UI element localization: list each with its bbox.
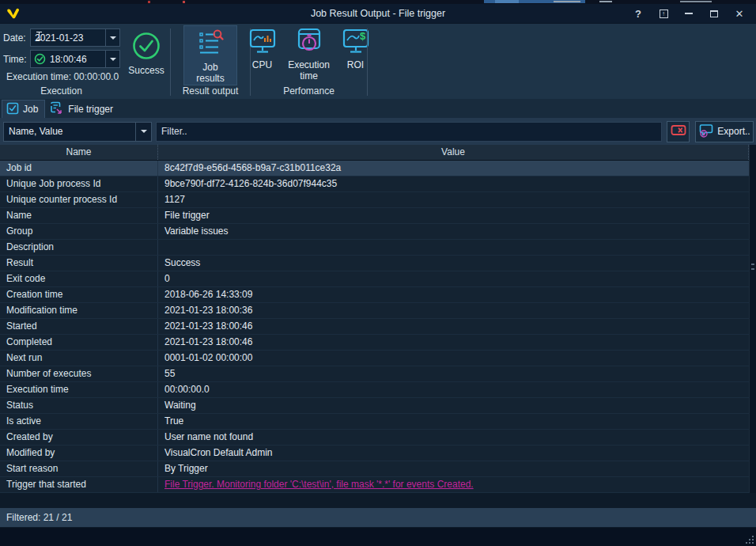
job-results-icon <box>196 28 225 59</box>
table-row[interactable]: Execution time00:00:00.0 <box>0 382 749 398</box>
date-combobox[interactable]: 2021-01-23 <box>30 28 120 47</box>
cpu-monitor-icon <box>248 28 277 57</box>
cpu-label: CPU <box>252 59 272 70</box>
roi-monitor-icon: $ <box>342 28 370 57</box>
table-row[interactable]: Modified byVisualCron Default Admin <box>0 446 749 461</box>
resize-grip[interactable] <box>743 533 754 544</box>
filtered-count-text: Filtered: 21 / 21 <box>6 512 72 523</box>
row-name: Group <box>0 224 158 239</box>
filter-field-selector[interactable]: Name, Value <box>3 122 152 142</box>
filter-toolbar: Name, Value Export.. <box>0 118 756 145</box>
cpu-button[interactable]: CPU <box>244 25 281 71</box>
row-name: Next run <box>0 351 158 366</box>
table-row[interactable]: Modification time2021-01-23 18:00:36 <box>0 303 749 319</box>
clear-filter-button[interactable] <box>667 121 690 142</box>
row-name: Result <box>0 256 158 271</box>
table-row[interactable]: Job id8c42f7d9-e56d-4568-b9a7-c31b011ce3… <box>0 161 749 176</box>
row-name: Status <box>0 398 158 413</box>
row-value: File trigger <box>158 208 749 223</box>
row-name: Created by <box>0 430 158 445</box>
close-button[interactable]: ✕ <box>732 6 747 21</box>
row-name: Exit code <box>0 271 158 286</box>
tab-file-trigger-label: File trigger <box>68 104 113 115</box>
time-label: Time: <box>3 54 30 65</box>
result-output-group-label: Result output <box>171 85 250 99</box>
execution-group: Date: 2021-01-23 Time: 1 <box>0 24 123 99</box>
titlebar: Job Result Output - File trigger ? ↑ ✕ <box>0 4 756 24</box>
table-row[interactable]: Unique Job process Id9bce790f-df72-4126-… <box>0 176 749 192</box>
help-button[interactable]: ? <box>631 6 645 21</box>
date-dropdown-arrow[interactable] <box>105 29 119 46</box>
result-table: Name Value Job id8c42f7d9-e56d-4568-b9a7… <box>0 145 756 493</box>
vertical-scrollbar[interactable] <box>749 145 756 493</box>
tab-file-trigger[interactable]: File trigger <box>45 100 119 118</box>
row-value: 2021-01-23 18:00:36 <box>158 303 749 318</box>
performance-group-label: Perfomance <box>251 85 367 99</box>
row-value: 55 <box>158 366 749 381</box>
row-value: 0 <box>158 271 749 286</box>
table-row[interactable]: ResultSuccess <box>0 256 749 271</box>
table-row[interactable]: Unique counter process Id1127 <box>0 192 749 208</box>
table-row[interactable]: StatusWaiting <box>0 398 749 414</box>
table-row[interactable]: Next run0001-01-02 00:00:00 <box>0 351 749 366</box>
visualcron-logo-icon <box>6 8 21 19</box>
performance-group: CPU Execution time <box>251 24 367 99</box>
job-results-label: Job results <box>188 62 232 84</box>
bring-to-front-button[interactable]: ↑ <box>656 6 671 21</box>
row-value: Success <box>158 256 749 271</box>
table-row[interactable]: Number of executes55 <box>0 366 749 382</box>
row-name: Unique counter process Id <box>0 192 158 207</box>
table-row[interactable]: Exit code0 <box>0 271 749 287</box>
success-icon <box>131 31 161 63</box>
export-button[interactable]: Export.. <box>695 121 754 142</box>
export-icon <box>698 123 713 140</box>
row-value: 2021-01-23 18:00:46 <box>158 319 749 334</box>
execution-time-button-label: Execution time <box>286 59 332 82</box>
column-header-value[interactable]: Value <box>158 145 749 160</box>
pin-icon: ↑ <box>660 9 668 18</box>
row-value: 2018-06-26 14:33:09 <box>158 287 749 302</box>
row-name: Completed <box>0 335 158 350</box>
table-row[interactable]: Description <box>0 240 749 256</box>
job-results-button[interactable]: Job results <box>183 25 237 85</box>
table-row[interactable]: Trigger that startedFile Trigger. Monito… <box>0 477 749 493</box>
time-dropdown-arrow[interactable] <box>105 51 119 67</box>
row-value: 00:00:00.0 <box>158 382 749 397</box>
field-selector-dropdown-arrow[interactable] <box>135 123 151 141</box>
table-row[interactable]: Created byUser name not found <box>0 430 749 446</box>
success-label: Success <box>128 65 164 76</box>
filter-input[interactable] <box>156 122 662 142</box>
date-value: 2021-01-23 <box>31 32 105 44</box>
table-row[interactable]: Started2021-01-23 18:00:46 <box>0 319 749 335</box>
table-row[interactable]: NameFile trigger <box>0 208 749 224</box>
column-header-name[interactable]: Name <box>0 145 158 160</box>
table-row[interactable]: Start reasonBy Trigger <box>0 461 749 477</box>
row-name: Number of executes <box>0 366 158 381</box>
table-row[interactable]: Is activeTrue <box>0 414 749 430</box>
table-row[interactable]: Creation time2018-06-26 14:33:09 <box>0 287 749 303</box>
row-name: Is active <box>0 414 158 429</box>
table-row[interactable]: GroupVariable issues <box>0 224 749 240</box>
row-name: Modification time <box>0 303 158 318</box>
table-body: Job id8c42f7d9-e56d-4568-b9a7-c31b011ce3… <box>0 161 749 493</box>
result-status-indicator: Success <box>123 24 170 99</box>
execution-time-button[interactable]: Execution time <box>282 25 336 82</box>
maximize-button[interactable] <box>707 6 721 21</box>
date-label: Date: <box>3 32 30 44</box>
status-bar: Filtered: 21 / 21 <box>0 508 756 527</box>
minimize-icon <box>685 13 693 14</box>
job-checkbox-icon <box>6 102 19 117</box>
minimize-button[interactable] <box>682 6 696 21</box>
row-value: VisualCron Default Admin <box>158 446 749 461</box>
stopwatch-icon <box>296 28 323 57</box>
trigger-link[interactable]: File Trigger. Monitoring folder 'C:\test… <box>158 477 749 492</box>
time-combobox[interactable]: 18:00:46 <box>30 50 120 68</box>
tab-job-label: Job <box>23 104 38 115</box>
row-name: Execution time <box>0 382 158 397</box>
maximize-icon <box>710 10 718 17</box>
row-value: 0001-01-02 00:00:00 <box>158 351 749 366</box>
tab-job[interactable]: Job <box>2 100 45 118</box>
table-row[interactable]: Completed2021-01-23 18:00:46 <box>0 335 749 351</box>
bottom-strip <box>0 527 756 546</box>
row-value: 1127 <box>158 192 749 207</box>
